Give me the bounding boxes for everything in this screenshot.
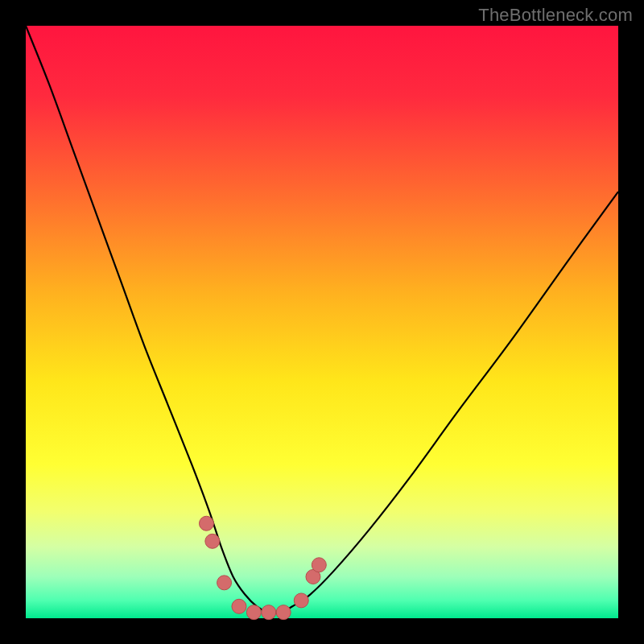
curve-marker (276, 605, 291, 620)
plot-area (26, 26, 618, 618)
watermark-text: TheBottleneck.com (478, 5, 633, 26)
chart-frame: TheBottleneck.com (0, 0, 644, 644)
curve-marker (232, 599, 246, 613)
curve-marker (312, 558, 326, 572)
bottleneck-curve (26, 26, 618, 613)
curve-marker (205, 534, 220, 548)
curve-marker (294, 593, 308, 608)
curve-layer (26, 26, 618, 618)
marker-group (199, 516, 326, 619)
curve-marker (217, 576, 232, 590)
curve-marker (262, 605, 276, 620)
curve-marker (246, 605, 261, 620)
curve-marker (199, 516, 213, 530)
